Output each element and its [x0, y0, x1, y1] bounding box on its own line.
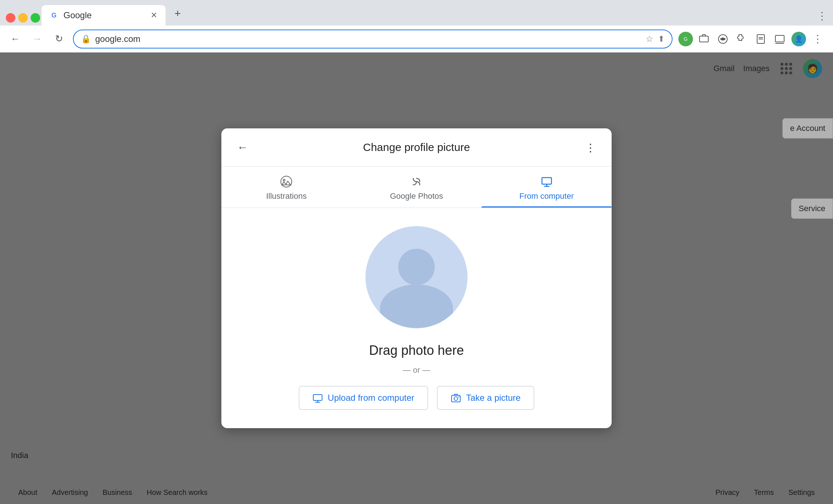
- browser-window: G Google ✕ + ⋮ ← → ↻ 🔒 google.com ☆ ⬆ G: [0, 0, 833, 504]
- svg-text:G: G: [684, 36, 688, 42]
- svg-rect-14: [542, 178, 551, 184]
- svg-rect-5: [702, 35, 705, 36]
- svg-point-22: [458, 396, 460, 398]
- upload-from-computer-button[interactable]: Upload from computer: [299, 386, 428, 410]
- svg-rect-17: [313, 395, 322, 400]
- tab-bar: G Google ✕ + ⋮: [0, 0, 833, 26]
- avatar-placeholder: [365, 226, 468, 328]
- browser-menu-button[interactable]: ⋮: [817, 10, 827, 26]
- share-icon[interactable]: ⬆: [658, 34, 665, 44]
- extension-icon-1[interactable]: G: [678, 32, 693, 46]
- action-buttons: Upload from computer Take a picture: [299, 386, 535, 410]
- extension-icon-3[interactable]: [715, 31, 731, 47]
- browser-menu-dots[interactable]: ⋮: [810, 31, 826, 47]
- dialog-back-button[interactable]: ←: [235, 139, 251, 155]
- active-tab[interactable]: G Google ✕: [42, 5, 166, 26]
- dialog-title: Change profile picture: [251, 141, 582, 154]
- tab-close-button[interactable]: ✕: [150, 11, 158, 20]
- illustrations-icon: [280, 175, 292, 188]
- tab-title: Google: [63, 10, 145, 20]
- bookmark-icon[interactable]: ☆: [646, 34, 654, 44]
- svg-text:G: G: [51, 12, 57, 19]
- nav-bar: ← → ↻ 🔒 google.com ☆ ⬆ G: [0, 26, 833, 53]
- google-photos-icon: [410, 175, 423, 188]
- svg-rect-10: [775, 35, 784, 42]
- upload-button-label: Upload from computer: [328, 393, 414, 403]
- reload-button[interactable]: ↻: [51, 31, 67, 47]
- dialog-header: ← Change profile picture ⋮: [221, 128, 612, 167]
- address-bar[interactable]: 🔒 google.com ☆ ⬆: [73, 30, 673, 49]
- modal-overlay: ← Change profile picture ⋮ Illustrations: [0, 53, 833, 504]
- tab-from-computer-label: From computer: [519, 191, 574, 201]
- avatar-head: [398, 249, 435, 285]
- extension-icon-6[interactable]: [772, 31, 788, 47]
- new-tab-button[interactable]: +: [168, 4, 187, 23]
- tab-google-photos-label: Google Photos: [390, 191, 443, 201]
- or-divider-text: — or —: [403, 365, 430, 375]
- minimize-window-button[interactable]: [18, 13, 28, 23]
- tab-illustrations-label: Illustrations: [266, 191, 307, 201]
- browser-profile-button[interactable]: 👤: [791, 31, 807, 47]
- extension-puzzle-icon[interactable]: [734, 31, 750, 47]
- traffic-lights: [6, 13, 40, 26]
- dialog-body: Drag photo here — or — Upload from compu…: [221, 208, 612, 428]
- tab-favicon: G: [49, 10, 59, 20]
- url-display: google.com: [95, 34, 641, 44]
- change-profile-picture-dialog: ← Change profile picture ⋮ Illustrations: [221, 128, 612, 428]
- close-window-button[interactable]: [6, 13, 15, 23]
- maximize-window-button[interactable]: [31, 13, 40, 23]
- drag-photo-text: Drag photo here: [369, 343, 464, 358]
- page-background: Gmail Images 🧑 e Account Service India: [0, 53, 833, 504]
- svg-point-12: [281, 176, 292, 187]
- tab-from-computer[interactable]: From computer: [481, 167, 612, 208]
- take-picture-label: Take a picture: [466, 393, 520, 403]
- tab-google-photos[interactable]: Google Photos: [352, 167, 482, 208]
- lock-icon: 🔒: [81, 34, 91, 44]
- camera-icon: [451, 393, 461, 403]
- upload-computer-icon: [313, 393, 323, 403]
- extension-icon-2[interactable]: [696, 31, 712, 47]
- tab-illustrations[interactable]: Illustrations: [221, 167, 352, 208]
- extension-icon-5[interactable]: [753, 31, 769, 47]
- forward-button[interactable]: →: [29, 31, 45, 47]
- take-picture-button[interactable]: Take a picture: [437, 386, 534, 410]
- svg-point-21: [454, 397, 458, 400]
- dialog-more-button[interactable]: ⋮: [582, 139, 598, 155]
- svg-rect-4: [700, 36, 708, 42]
- computer-icon: [541, 175, 553, 188]
- svg-point-13: [283, 179, 285, 181]
- back-button[interactable]: ←: [7, 31, 23, 47]
- dialog-tabs: Illustrations Google Photos: [221, 167, 612, 208]
- avatar-body: [380, 284, 453, 328]
- extension-area: G 👤 ⋮: [678, 31, 826, 47]
